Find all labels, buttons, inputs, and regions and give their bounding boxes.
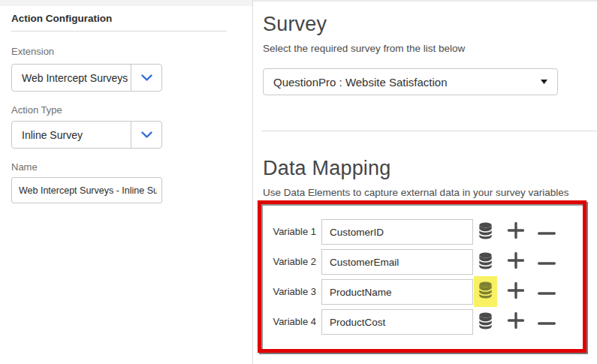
survey-select[interactable]: QuestionPro : Website Satisfaction: [263, 68, 558, 95]
top-strip: [0, 0, 252, 6]
minus-icon: [538, 315, 556, 329]
extension-label: Extension: [11, 46, 54, 57]
minus-icon: [538, 285, 556, 299]
variable-4-label: Variable 4: [261, 309, 316, 335]
table-row: Variable 2: [261, 249, 583, 275]
variable-1-input[interactable]: [321, 219, 473, 245]
plus-icon: [507, 251, 525, 272]
minus-icon: [538, 255, 556, 269]
name-input[interactable]: [11, 177, 162, 203]
variable-1-label: Variable 1: [261, 219, 316, 245]
database-icon: [478, 312, 493, 332]
top-border: [252, 0, 597, 2]
sidebar-title: Action Configuration: [11, 13, 112, 24]
add-variable-button[interactable]: [507, 309, 525, 335]
minus-icon: [538, 225, 556, 239]
chevron-down-icon: [141, 128, 152, 142]
action-type-dropdown[interactable]: Inline Survey: [11, 121, 162, 149]
extension-dropdown-value: Web Intercept Surveys: [12, 65, 131, 91]
plus-icon: [507, 281, 525, 302]
panel-divider: [252, 0, 253, 364]
chevron-down-icon: [141, 71, 152, 85]
remove-variable-button[interactable]: [538, 309, 556, 335]
table-row: Variable 1: [261, 219, 583, 245]
data-mapping-title: Data Mapping: [263, 157, 391, 180]
database-icon: [478, 222, 493, 242]
name-label: Name: [11, 161, 38, 173]
data-mapping-subtitle: Use Data Elements to capture external da…: [263, 187, 568, 198]
variable-2-input[interactable]: [321, 249, 473, 275]
variable-3-label: Variable 3: [261, 279, 316, 305]
section-divider: [261, 131, 597, 131]
data-element-button[interactable]: [474, 249, 497, 275]
caret-down-icon: [541, 80, 557, 84]
remove-variable-button[interactable]: [538, 249, 556, 275]
variable-3-input[interactable]: [321, 279, 473, 305]
survey-section-title: Survey: [263, 13, 327, 36]
extension-dropdown-button[interactable]: [131, 65, 161, 91]
data-element-button[interactable]: [474, 219, 497, 245]
database-icon: [478, 281, 493, 302]
variable-mapping-rows: Variable 1: [261, 204, 583, 349]
data-element-button-highlighted[interactable]: [474, 276, 497, 307]
table-row: Variable 3: [261, 279, 583, 305]
remove-variable-button[interactable]: [538, 279, 556, 305]
table-row: Variable 4: [261, 309, 583, 335]
add-variable-button[interactable]: [507, 219, 525, 245]
data-element-button[interactable]: [474, 309, 497, 335]
plus-icon: [507, 221, 525, 242]
sidebar-title-divider: [11, 31, 227, 32]
action-type-dropdown-value: Inline Survey: [12, 122, 131, 148]
survey-select-value: QuestionPro : Website Satisfaction: [264, 76, 541, 89]
survey-section-subtitle: Select the required survey from the list…: [263, 43, 465, 54]
action-type-dropdown-button[interactable]: [131, 122, 161, 148]
remove-variable-button[interactable]: [538, 219, 556, 245]
add-variable-button[interactable]: [507, 279, 525, 305]
action-type-label: Action Type: [11, 104, 62, 116]
variable-4-input[interactable]: [321, 309, 473, 335]
plus-icon: [507, 311, 525, 332]
variable-2-label: Variable 2: [261, 249, 316, 275]
add-variable-button[interactable]: [507, 249, 525, 275]
database-icon: [478, 252, 493, 272]
extension-dropdown[interactable]: Web Intercept Surveys: [11, 64, 162, 92]
